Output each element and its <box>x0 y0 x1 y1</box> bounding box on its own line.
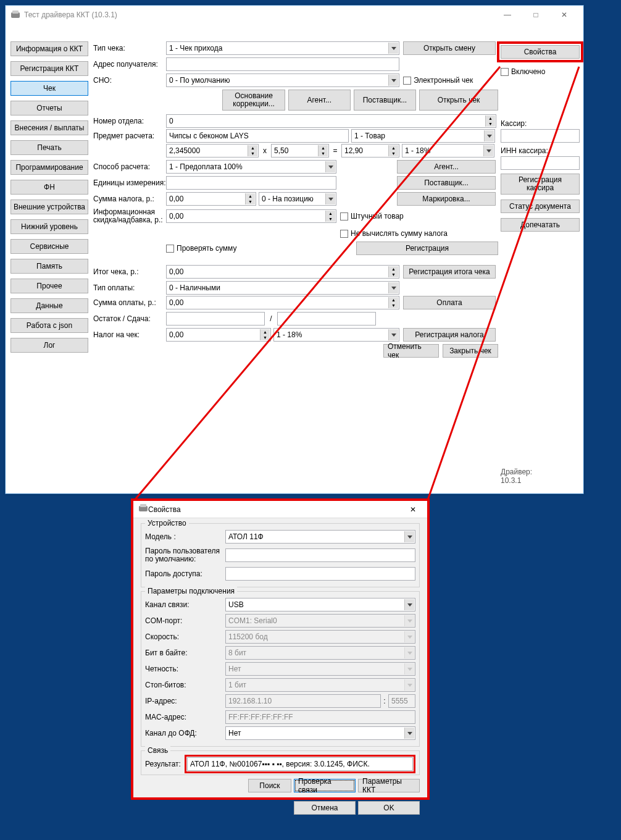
colon-label: : <box>381 697 388 705</box>
tab-работа-с-json[interactable]: Работа с json <box>10 318 88 333</box>
recipient-label: Адрес получателя: <box>93 60 166 69</box>
parity-combo: Нет <box>225 662 415 676</box>
no-tax-calc-checkbox[interactable] <box>340 230 348 238</box>
doc-status-button[interactable]: Статус документа <box>501 200 580 213</box>
electronic-check-checkbox[interactable] <box>403 77 411 85</box>
unit-input[interactable] <box>166 176 336 190</box>
supplier-button[interactable]: Поставщик... <box>354 90 416 111</box>
tab-внешние-устройства[interactable]: Внешние устройства <box>10 200 88 214</box>
reg-tax-button[interactable]: Регистрация налога <box>403 328 496 342</box>
tab-данные[interactable]: Данные <box>10 298 88 313</box>
close-check-button[interactable]: Закрыть чек <box>443 344 498 358</box>
tab-печать[interactable]: Печать <box>10 140 88 155</box>
pay-sum-spinner[interactable]: 0,00▲▼ <box>166 296 399 309</box>
check-tax-spinner[interactable]: 0,00▲▼ <box>166 328 271 342</box>
correction-basis-button[interactable]: Основаниекоррекции... <box>222 90 285 111</box>
cancel-button[interactable]: Отмена <box>294 801 356 815</box>
tab-чек[interactable]: Чек <box>10 81 88 96</box>
dept-spinner[interactable]: 0▲▼ <box>166 114 496 128</box>
item-type-combo[interactable]: 1 - Товар <box>351 129 495 143</box>
item-name-input[interactable]: Чипсы с беконом LAYS <box>166 129 349 143</box>
channel-combo[interactable]: USB <box>225 598 415 611</box>
properties-button[interactable]: Свойства <box>501 45 580 59</box>
bits-combo: 8 бит <box>225 646 415 660</box>
tax-combo[interactable]: 1 - 18% <box>402 144 494 158</box>
spinner-icon: ▲▼ <box>485 116 495 127</box>
tab-регистрация-ккт[interactable]: Регистрация ККТ <box>10 61 88 76</box>
link-legend: Связь <box>145 746 170 755</box>
tab-программирование[interactable]: Программирование <box>10 160 88 175</box>
tab-память[interactable]: Память <box>10 259 88 274</box>
cashier-input[interactable] <box>501 129 580 143</box>
titlebar: Тест драйвера ККТ (10.3.1) — □ ✕ <box>6 6 583 24</box>
tab-фн[interactable]: ФН <box>10 180 88 195</box>
check-tax-label: Налог на чек: <box>93 330 166 339</box>
dropdown-icon <box>404 728 414 739</box>
stop-combo: 1 бит <box>225 678 415 692</box>
tab-информация-о-ккт[interactable]: Информация о ККТ <box>10 41 88 56</box>
tax-sum-label: Сумма налога, р.: <box>93 195 166 203</box>
check-sum-checkbox[interactable] <box>166 245 174 253</box>
spinner-icon: ▲▼ <box>248 145 257 156</box>
bits-label: Бит в байте: <box>145 649 225 657</box>
main-window: Тест драйвера ККТ (10.3.1) — □ ✕ Информа… <box>5 5 584 494</box>
check-link-button[interactable]: Проверка связи <box>294 779 356 792</box>
tab-лог[interactable]: Лог <box>10 338 88 353</box>
agent2-button[interactable]: Агент... <box>397 160 496 174</box>
check-type-combo[interactable]: 1 - Чек прихода <box>166 41 399 55</box>
user-pwd-input[interactable] <box>225 548 415 562</box>
sno-combo[interactable]: 0 - По умолчанию <box>166 74 399 87</box>
user-pwd-label: Пароль пользователя по умолчанию: <box>145 547 225 563</box>
agent-button[interactable]: Агент... <box>288 90 351 111</box>
recipient-input[interactable] <box>166 57 399 71</box>
tax-mode-combo[interactable]: 0 - На позицию <box>259 192 336 206</box>
pay-method-combo[interactable]: 1 - Предоплата 100% <box>166 160 336 174</box>
price-spinner[interactable]: 5,50▲▼ <box>271 144 329 158</box>
check-tax-rate-combo[interactable]: 1 - 18% <box>273 328 399 342</box>
marking-button[interactable]: Маркировка... <box>397 192 496 206</box>
cancel-check-button[interactable]: Отменить чек <box>383 344 439 358</box>
pay-type-combo[interactable]: 0 - Наличными <box>166 281 399 295</box>
dropdown-icon <box>388 282 398 293</box>
minimize-button[interactable]: — <box>493 6 522 24</box>
ofd-combo[interactable]: Нет <box>225 726 415 740</box>
spinner-icon: ▲▼ <box>245 193 255 204</box>
payment-button[interactable]: Оплата <box>403 296 496 309</box>
change-left-input[interactable] <box>166 312 265 326</box>
qty-spinner[interactable]: 2,345000▲▼ <box>166 144 259 158</box>
tab-нижний-уровень[interactable]: Нижний уровень <box>10 219 88 234</box>
change-right-input[interactable] <box>277 312 376 326</box>
open-check-button[interactable]: Открыть чек <box>419 90 498 111</box>
tab-отчеты[interactable]: Отчеты <box>10 101 88 116</box>
ok-button[interactable]: OK <box>358 801 420 815</box>
slash-label: / <box>265 314 277 323</box>
cashier-inn-input[interactable] <box>501 156 580 170</box>
piece-goods-checkbox[interactable] <box>340 212 348 220</box>
mac-label: MAC-адрес: <box>145 713 225 721</box>
model-label: Модель : <box>145 532 225 541</box>
reg-total-button[interactable]: Регистрация итога чека <box>403 265 496 279</box>
close-button[interactable]: ✕ <box>550 6 578 24</box>
search-button[interactable]: Поиск <box>248 779 291 792</box>
tab-сервисные[interactable]: Сервисные <box>10 239 88 254</box>
tax-sum-spinner[interactable]: 0,00▲▼ <box>166 192 256 206</box>
reg-cashier-button[interactable]: Регистрациякассира <box>501 174 580 195</box>
kkt-params-button[interactable]: Параметры ККТ <box>358 779 420 792</box>
enabled-checkbox[interactable] <box>501 68 509 76</box>
tab-внесения-выплаты[interactable]: Внесения / выплаты <box>10 120 88 135</box>
maximize-button[interactable]: □ <box>522 6 550 24</box>
info-discount-spinner[interactable]: 0,00▲▼ <box>166 209 336 223</box>
reprint-button[interactable]: Допечатать <box>501 218 580 232</box>
result-input[interactable]: АТОЛ 11Ф, №001067▪▪▪ ▪ ▪▪, версия: 3.0.1… <box>187 757 413 771</box>
piece-goods-label: Штучный товар <box>351 212 404 220</box>
tab-прочее[interactable]: Прочее <box>10 279 88 293</box>
open-shift-button[interactable]: Открыть смену <box>403 41 496 55</box>
dialog-close-button[interactable]: ✕ <box>404 505 422 514</box>
access-pwd-input[interactable] <box>225 567 415 581</box>
model-combo[interactable]: АТОЛ 11Ф <box>225 530 415 544</box>
supplier2-button[interactable]: Поставщик... <box>397 176 496 190</box>
sum-spinner[interactable]: 12,90▲▼ <box>341 144 399 158</box>
registration-button[interactable]: Регистрация <box>356 242 498 255</box>
result-label: Результат: <box>145 760 183 768</box>
total-spinner[interactable]: 0,00▲▼ <box>166 265 399 279</box>
